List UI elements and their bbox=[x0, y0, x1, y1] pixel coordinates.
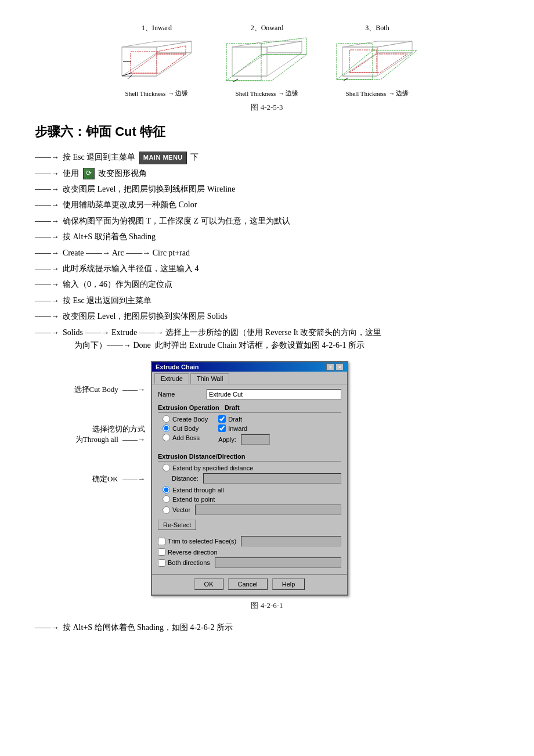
radio-cut-body: Cut Body bbox=[163, 424, 208, 432]
operation-radios: Create Body Cut Body Add Boss bbox=[163, 415, 208, 446]
instr-10: ——→ 按 Esc 退出返回到主菜单 bbox=[35, 294, 499, 307]
instr-text-1: 按 Esc 退回到主菜单 MAIN MENU 下 bbox=[63, 151, 499, 164]
diagram-item-inward: 1、Inward bbox=[110, 23, 203, 98]
svg-line-7 bbox=[122, 73, 131, 76]
reselect-row: Re-Select bbox=[158, 517, 341, 532]
diagram-label-2: 2、Onward bbox=[251, 23, 284, 33]
trim-input[interactable] bbox=[241, 536, 341, 546]
help-button[interactable]: ? bbox=[326, 363, 334, 370]
instr-text-last: 按 Alt+S 给闸体着色 Shading，如图 4-2-6-2 所示 bbox=[63, 621, 499, 634]
titlebar-buttons: ? × bbox=[326, 363, 344, 370]
radio-extend-point: Extend to point bbox=[163, 495, 341, 503]
diagram-row: 1、Inward bbox=[35, 23, 499, 98]
distance-section-title: Extrusion Distance/Direction bbox=[158, 453, 341, 462]
annotation-ok: 确定OK ——→ bbox=[35, 474, 151, 484]
radio-cut-body-input[interactable] bbox=[163, 424, 170, 432]
annotation-arrow-3: ——→ bbox=[122, 474, 145, 484]
instr-4: ——→ 使用辅助菜单更改成另一种颜色 Color bbox=[35, 199, 499, 211]
tab-extrude[interactable]: Extrude bbox=[154, 373, 189, 384]
cancel-button[interactable]: Cancel bbox=[228, 578, 268, 590]
radio-create-body-input[interactable] bbox=[163, 415, 170, 423]
instr-text-3: 改变图层 Level，把图层切换到线框图层 Wireline bbox=[63, 183, 499, 196]
dialog-body: Name Extrusion Operation Draft Create Bo… bbox=[152, 384, 347, 574]
operation-draft-area: Create Body Cut Body Add Boss Dr bbox=[158, 415, 341, 448]
arrow-edge-1: → bbox=[168, 90, 174, 97]
instr-7: ——→ Create ——→ Arc ——→ Circ pt+rad bbox=[35, 247, 499, 260]
distance-input[interactable] bbox=[203, 473, 341, 484]
radio-extend-point-input[interactable] bbox=[163, 495, 170, 503]
instr-3: ——→ 改变图层 Level，把图层切换到线框图层 Wireline bbox=[35, 183, 499, 196]
instr-text-11: 改变图层 Level，把图层切换到实体图层 Solids bbox=[63, 310, 499, 323]
arrow-edge-3: → bbox=[388, 90, 395, 97]
tab-thin-wall[interactable]: Thin Wall bbox=[190, 373, 229, 384]
instr-text-4: 使用辅助菜单更改成另一种颜色 Color bbox=[63, 199, 499, 211]
radio-extend-all: Extend through all bbox=[163, 486, 341, 494]
arrow-7: ——→ bbox=[35, 247, 59, 260]
shell-label-2: Shell Thickness → 边缘 bbox=[236, 89, 299, 98]
arrow-5: ——→ bbox=[35, 215, 59, 228]
svg-marker-14 bbox=[226, 55, 306, 81]
instr-1: ——→ 按 Esc 退回到主菜单 MAIN MENU 下 bbox=[35, 151, 499, 164]
apply-input[interactable] bbox=[241, 434, 270, 445]
svg-marker-12 bbox=[267, 41, 302, 53]
arrow-1: ——→ bbox=[35, 151, 59, 164]
arrow-11: ——→ bbox=[35, 310, 59, 323]
both-input[interactable] bbox=[215, 557, 341, 568]
svg-marker-2 bbox=[157, 41, 192, 53]
diagram-label-1: 1、Inward bbox=[142, 23, 172, 33]
svg-marker-22 bbox=[349, 54, 407, 73]
checkbox-both[interactable] bbox=[158, 559, 165, 567]
instructions-block: ——→ 按 Esc 退回到主菜单 MAIN MENU 下 ——→ 使用 改变图形… bbox=[35, 151, 499, 352]
instr-text-8: 此时系统提示输入半径值，这里输入 4 bbox=[63, 262, 499, 275]
checkbox-inward[interactable] bbox=[218, 424, 226, 432]
checkbox-draft[interactable] bbox=[218, 415, 226, 423]
check-reverse: Reverse direction bbox=[158, 548, 341, 556]
checkbox-trim[interactable] bbox=[158, 538, 165, 545]
last-instr: ——→ 按 Alt+S 给闸体着色 Shading，如图 4-2-6-2 所示 bbox=[35, 621, 499, 634]
checkbox-reverse[interactable] bbox=[158, 548, 165, 556]
dialog-titlebar: Extrude Chain ? × bbox=[152, 362, 347, 372]
arrow-9: ——→ bbox=[35, 278, 59, 291]
ok-button[interactable]: OK bbox=[194, 578, 223, 590]
dialog-annotations: 选择Cut Body ——→ 选择挖切的方式为Through all ——→ 确… bbox=[35, 361, 151, 596]
step-heading: 步骤六：钟面 Cut 特征 bbox=[35, 123, 499, 141]
instr-5: ——→ 确保构图平面为俯视图 T，工作深度 Z 可以为任意，这里为默认 bbox=[35, 215, 499, 228]
name-input[interactable] bbox=[207, 389, 341, 399]
instr-text-9: 输入（0，46）作为圆的定位点 bbox=[63, 278, 499, 291]
extrude-chain-dialog: Extrude Chain ? × Extrude Thin Wall Name… bbox=[151, 361, 348, 596]
dialog-title: Extrude Chain bbox=[156, 363, 199, 370]
help-btn-footer[interactable]: Help bbox=[272, 578, 305, 590]
svg-marker-16 bbox=[261, 38, 306, 55]
apply-row: Apply: bbox=[218, 434, 270, 445]
arrow-8: ——→ bbox=[35, 262, 59, 275]
arrow-3: ——→ bbox=[35, 183, 59, 196]
name-label: Name bbox=[158, 391, 204, 398]
diagram-item-both: 3、Both Shell Thickness → bbox=[331, 23, 424, 98]
close-button[interactable]: × bbox=[335, 363, 344, 370]
arrow-edge-2: → bbox=[278, 90, 284, 97]
radio-extend-all-input[interactable] bbox=[163, 486, 170, 494]
instr-2: ——→ 使用 改变图形视角 bbox=[35, 167, 499, 180]
radio-add-boss: Add Boss bbox=[163, 434, 208, 441]
radio-vector: Vector bbox=[163, 505, 341, 515]
dialog-footer: OK Cancel Help bbox=[152, 574, 347, 595]
instr-12: ——→ Solids ——→ Extrude ——→ 选择上一步所绘的圆（使用 … bbox=[35, 326, 499, 352]
radio-vector-input[interactable] bbox=[163, 506, 170, 514]
diagram-item-onward: 2、Onward Shell Thickness → 边缘 bbox=[221, 23, 313, 98]
annotation-cut-body: 选择Cut Body ——→ bbox=[35, 384, 151, 395]
instr-text-10: 按 Esc 退出返回到主菜单 bbox=[63, 294, 499, 307]
radio-add-boss-input[interactable] bbox=[163, 434, 170, 441]
arrow-last: ——→ bbox=[35, 621, 59, 634]
instr-text-6: 按 Alt+S 取消着色 Shading bbox=[63, 231, 499, 243]
reselect-button[interactable]: Re-Select bbox=[158, 520, 196, 530]
box-3d-onward bbox=[221, 35, 313, 88]
check-trim: Trim to selected Face(s) bbox=[158, 536, 341, 546]
svg-marker-15 bbox=[226, 44, 261, 81]
instr-text-12: Solids ——→ Extrude ——→ 选择上一步所绘的圆（使用 Reve… bbox=[63, 326, 499, 352]
svg-marker-20 bbox=[377, 41, 412, 53]
arrow-4: ——→ bbox=[35, 199, 59, 211]
radio-specified-input[interactable] bbox=[163, 464, 170, 471]
instr-11: ——→ 改变图层 Level，把图层切换到实体图层 Solids bbox=[35, 310, 499, 323]
annotation-through-all: 选择挖切的方式为Through all ——→ bbox=[35, 424, 151, 445]
vector-input[interactable] bbox=[195, 505, 341, 515]
